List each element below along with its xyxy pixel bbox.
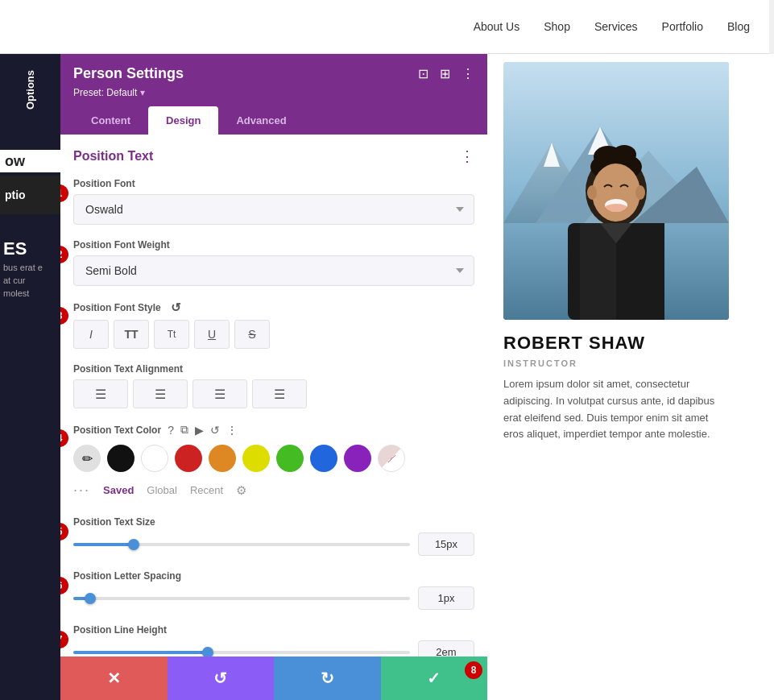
font-style-buttons: I TT Tt U S: [73, 320, 474, 349]
sidebar-sub-text2: at cur: [0, 275, 60, 285]
bold-button[interactable]: TT: [114, 320, 149, 349]
color-tabs-row: ··· Saved Global Recent ⚙: [73, 478, 474, 502]
nav-shop[interactable]: Shop: [544, 20, 570, 33]
badge-6: 6: [60, 577, 68, 594]
style-row: Position Font Style ↺ I TT Tt U S: [73, 300, 474, 349]
person-bio: Lorem ipsum dolor sit amet, consectetur …: [503, 376, 729, 443]
color-dots: ···: [73, 482, 90, 499]
weight-select[interactable]: Semi Bold: [73, 255, 474, 286]
reset-icon: ↺: [213, 669, 227, 688]
color-tab-saved[interactable]: Saved: [103, 484, 134, 496]
smallcaps-button[interactable]: Tt: [154, 320, 189, 349]
color-more-icon[interactable]: ⋮: [226, 424, 238, 437]
panel-layout-icon[interactable]: ⊞: [440, 66, 450, 81]
underline-button[interactable]: U: [194, 320, 230, 349]
nav-portfolio[interactable]: Portfolio: [662, 20, 703, 33]
sidebar-sub-text: bus erat e: [0, 263, 60, 272]
top-navigation: About Us Shop Services Portfolio Blog: [0, 0, 774, 54]
letter-spacing-label: Position Letter Spacing: [73, 570, 474, 582]
align-right-button[interactable]: ☰: [192, 379, 247, 408]
line-height-label: Position Line Height: [73, 624, 474, 636]
svg-point-10: [612, 145, 636, 164]
svg-rect-17: [580, 223, 616, 320]
color-header-icons: ? ⧉ ▶ ↺ ⋮: [168, 423, 238, 437]
section-title: Position Text: [73, 149, 153, 164]
cancel-button[interactable]: ✕: [60, 657, 168, 700]
font-label: Position Font: [73, 178, 474, 189]
letter-spacing-slider-thumb[interactable]: [85, 593, 96, 604]
purple-swatch[interactable]: [344, 445, 371, 472]
letter-spacing-slider-track[interactable]: [73, 597, 410, 600]
tab-advanced[interactable]: Advanced: [218, 106, 304, 135]
line-height-slider-thumb[interactable]: [202, 647, 213, 657]
yellow-swatch[interactable]: [242, 445, 270, 472]
color-pointer-icon[interactable]: ▶: [195, 424, 204, 437]
line-height-slider-with-value: [73, 640, 474, 657]
none-swatch[interactable]: ⟋: [378, 445, 405, 472]
panel-more-icon[interactable]: ⋮: [462, 66, 474, 81]
size-label: Position Text Size: [73, 516, 474, 528]
sidebar-ow-text: ow: [0, 153, 25, 170]
panel-fullscreen-icon[interactable]: ⊡: [418, 66, 428, 81]
person-image: [503, 62, 729, 320]
letter-spacing-row: Position Letter Spacing: [73, 570, 474, 610]
white-swatch[interactable]: [141, 445, 168, 472]
tab-design[interactable]: Design: [148, 106, 218, 135]
color-tab-global[interactable]: Global: [147, 484, 177, 496]
weight-label: Position Font Weight: [73, 239, 474, 251]
section-header: Position Text ⋮: [73, 147, 474, 165]
blue-swatch[interactable]: [310, 445, 337, 472]
badge-1-area: 1 Position Font Oswald: [73, 178, 474, 225]
badge-2: 2: [60, 246, 68, 263]
badge-4-area: 4 Position Text Color ? ⧉ ▶ ↺ ⋮: [73, 423, 474, 502]
size-slider-track[interactable]: [73, 543, 410, 546]
color-swatches: ✏ ⟋: [73, 445, 474, 472]
line-height-row: Position Line Height: [73, 624, 474, 657]
style-reset-icon[interactable]: ↺: [171, 300, 181, 315]
black-swatch[interactable]: [107, 445, 135, 472]
redo-button[interactable]: ↻: [274, 657, 381, 700]
color-reset-icon[interactable]: ↺: [210, 424, 220, 437]
svg-point-15: [587, 185, 597, 200]
color-row: Position Text Color ? ⧉ ▶ ↺ ⋮ ✏: [73, 423, 474, 502]
color-label: Position Text Color: [73, 425, 161, 436]
nav-services[interactable]: Services: [594, 20, 638, 33]
eyedropper-swatch[interactable]: ✏: [73, 445, 101, 472]
weight-row: Position Font Weight Semi Bold: [73, 239, 474, 286]
color-tab-recent[interactable]: Recent: [190, 484, 223, 496]
align-center-button[interactable]: ☰: [133, 379, 188, 408]
sidebar-sub-text3: molest: [0, 288, 60, 298]
color-settings-icon[interactable]: ⚙: [236, 483, 246, 498]
size-slider-row: Position Text Size: [73, 516, 474, 556]
panel-body: Position Text ⋮ 1 Position Font Oswald 2: [60, 135, 487, 657]
tab-content[interactable]: Content: [73, 106, 148, 135]
alignment-buttons: ☰ ☰ ☰ ☰: [73, 379, 474, 408]
badge-7-area: 7 Position Line Height: [73, 624, 474, 657]
italic-button[interactable]: I: [73, 320, 109, 349]
green-swatch[interactable]: [276, 445, 304, 472]
badge-5: 5: [60, 523, 68, 541]
letter-spacing-slider-with-value: [73, 586, 474, 610]
nav-blog[interactable]: Blog: [727, 20, 750, 33]
color-copy-icon[interactable]: ⧉: [180, 423, 188, 437]
size-value-input[interactable]: [418, 532, 474, 556]
align-left-button[interactable]: ☰: [73, 379, 128, 408]
line-height-value-input[interactable]: [418, 640, 474, 657]
section-menu-icon[interactable]: ⋮: [460, 147, 474, 165]
reset-button[interactable]: ↺: [168, 657, 275, 700]
save-button[interactable]: ✓ 8: [381, 657, 488, 700]
alignment-row: Position Text Alignment ☰ ☰ ☰ ☰: [73, 363, 474, 408]
size-slider-thumb[interactable]: [128, 539, 139, 550]
color-help-icon[interactable]: ?: [168, 424, 174, 437]
orange-swatch[interactable]: [209, 445, 236, 472]
font-select[interactable]: Oswald: [73, 194, 474, 225]
nav-about-us[interactable]: About Us: [474, 20, 520, 33]
badge-2-area: 2 Position Font Weight Semi Bold: [73, 239, 474, 286]
panel-header: Person Settings ⊡ ⊞ ⋮ Preset: Default ▾ …: [60, 54, 487, 135]
align-justify-button[interactable]: ☰: [252, 379, 307, 408]
sidebar-dark-band: ptio: [0, 176, 60, 214]
line-height-slider-track[interactable]: [73, 651, 410, 654]
red-swatch[interactable]: [175, 445, 202, 472]
letter-spacing-value-input[interactable]: [418, 586, 474, 610]
strikethrough-button[interactable]: S: [234, 320, 270, 349]
